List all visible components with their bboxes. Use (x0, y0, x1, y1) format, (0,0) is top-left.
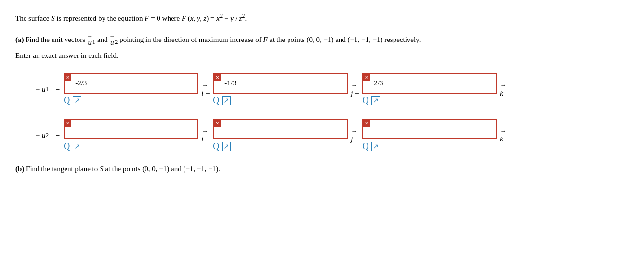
u2-k-label: → k (500, 127, 506, 143)
u2-field3-input[interactable] (362, 119, 497, 139)
u1-k-label: → k (500, 81, 506, 97)
u2-field2-close-icon[interactable]: ✕ (214, 120, 221, 127)
u1-field2-wrapper: ✕ (213, 73, 348, 94)
u1-i-separator: → i + (201, 81, 210, 97)
intro-text: The surface S is represented by the equa… (15, 12, 629, 24)
u1-field1-wrapper: ✕ (64, 73, 198, 94)
u1-field3-input[interactable] (362, 73, 497, 94)
u2-field3-wrapper: ✕ (362, 119, 497, 139)
u1-input-row: → u1 = ✕ Q ↗ → i + ✕ (35, 73, 629, 106)
u1-row: → u1 = ✕ Q ↗ → i + ✕ (35, 73, 629, 110)
u2-field1-qa: Q ↗ (64, 141, 81, 152)
u1-field1-qa: Q ↗ (64, 96, 81, 106)
u2-field1-wrapper: ✕ (64, 119, 198, 139)
u1-field2-search-icon[interactable]: Q (213, 96, 219, 106)
u2-field2-edit-icon[interactable]: ↗ (222, 142, 231, 151)
u2-field2-qa: Q ↗ (213, 141, 231, 152)
u1-equals: = (55, 85, 60, 94)
u1-field3-qa: Q ↗ (362, 96, 380, 106)
u1-field3-wrapper: ✕ (362, 73, 497, 94)
u1-field1-edit-icon[interactable]: ↗ (73, 96, 81, 105)
u2-field2-input[interactable] (213, 119, 348, 139)
u1-field3-search-icon[interactable]: Q (362, 96, 368, 106)
exact-answer-label: Enter an exact answer in each field. (15, 52, 629, 60)
u2-field2-search-icon[interactable]: Q (213, 141, 219, 152)
u1-j-separator: → j + (351, 81, 359, 97)
u1-field2-close-icon[interactable]: ✕ (214, 74, 221, 81)
u2-field3-qa: Q ↗ (362, 141, 380, 152)
u2-field3-edit-icon[interactable]: ↗ (371, 142, 380, 151)
u1-field2-input[interactable] (213, 73, 348, 94)
u2-field1-edit-icon[interactable]: ↗ (73, 142, 81, 151)
u2-field3-group: ✕ Q ↗ (362, 119, 497, 152)
u2-equals: = (55, 131, 60, 139)
u2-i-separator: → i + (201, 127, 210, 143)
u1-field1-close-icon[interactable]: ✕ (65, 74, 71, 81)
u1-field3-edit-icon[interactable]: ↗ (371, 96, 380, 105)
u2-field3-close-icon[interactable]: ✕ (363, 120, 370, 127)
u1-label: → u1 (35, 85, 49, 94)
u2-field1-group: ✕ Q ↗ (64, 119, 198, 152)
part-b-text: (b) Find the tangent plane to S at the p… (15, 165, 629, 173)
u2-field3-search-icon[interactable]: Q (362, 141, 368, 152)
u1-field1-group: ✕ Q ↗ (64, 73, 198, 106)
part-a-text: (a) Find the unit vectors →u1 and →u2 po… (15, 34, 629, 47)
u1-field2-edit-icon[interactable]: ↗ (222, 96, 231, 105)
u1-field3-group: ✕ Q ↗ (362, 73, 497, 106)
u2-field2-group: ✕ Q ↗ (213, 119, 348, 152)
u2-row: → u2 = ✕ Q ↗ → i + ✕ (35, 119, 629, 156)
u1-field3-close-icon[interactable]: ✕ (363, 74, 370, 81)
u2-input-row: → u2 = ✕ Q ↗ → i + ✕ (35, 119, 629, 152)
u2-field2-wrapper: ✕ (213, 119, 348, 139)
u1-field1-search-icon[interactable]: Q (64, 96, 70, 106)
u1-field2-group: ✕ Q ↗ (213, 73, 348, 106)
u2-field1-close-icon[interactable]: ✕ (65, 120, 71, 127)
u2-field1-search-icon[interactable]: Q (64, 141, 70, 152)
u2-j-separator: → j + (351, 127, 359, 143)
u1-field1-input[interactable] (64, 73, 198, 94)
u2-field1-input[interactable] (64, 119, 198, 139)
u2-label: → u2 (35, 131, 49, 139)
u1-field2-qa: Q ↗ (213, 96, 231, 106)
